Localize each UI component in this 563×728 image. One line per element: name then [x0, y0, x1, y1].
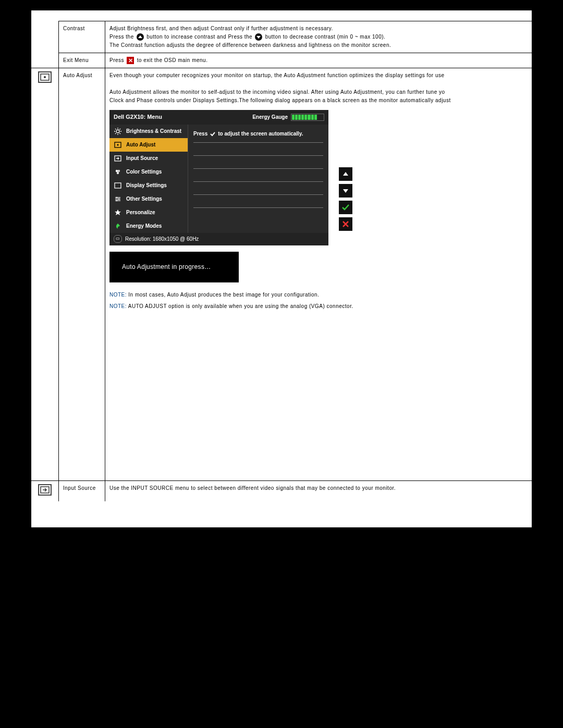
auto-adjust-mini-icon [114, 142, 122, 148]
energy-gauge: Energy Gauge [252, 113, 324, 121]
osd-title: Dell G2X10: Menu [114, 113, 162, 122]
osd-msg-a: Press [193, 130, 207, 138]
osd-item-auto-adjust[interactable]: Auto Adjust [109, 138, 188, 152]
exit-label: Exit Menu [59, 53, 105, 68]
auto-adjust-label: Auto Adjust [59, 68, 105, 481]
auto-adjust-icon-cell [31, 68, 59, 481]
auto-p1: Even though your computer recognizes you… [109, 72, 445, 78]
contrast-line2b: button to increase contrast and Press th… [146, 34, 254, 40]
osd-item-brightness[interactable]: Brightness & Contrast [109, 125, 188, 138]
contrast-line2c: button to decrease contrast (min 0 ~ max… [265, 34, 386, 40]
osd-nav-up-button[interactable] [339, 167, 352, 181]
row-contrast: Contrast Adjust Brightness first, and th… [31, 21, 532, 53]
close-icon: ✕ [127, 57, 134, 64]
input-source-desc: Use the INPUT SOURCE menu to select betw… [105, 480, 532, 501]
checkmark-icon [210, 131, 216, 137]
energy-gauge-label: Energy Gauge [252, 113, 288, 121]
osd-item-energy-modes[interactable]: Energy Modes [109, 219, 188, 233]
up-arrow-icon [137, 33, 144, 41]
svg-point-23 [116, 200, 118, 201]
input-source-icon-cell [31, 480, 59, 501]
brightness-icon [114, 128, 122, 135]
svg-point-12 [117, 144, 119, 145]
osd-footer: ▭ Resolution: 1680x1050 @ 60Hz [109, 233, 328, 245]
osd-item-label: Input Source [126, 154, 158, 163]
osd-item-color-settings[interactable]: Color Settings [109, 165, 188, 179]
energy-gauge-bar [291, 114, 324, 121]
note-text: AUTO ADJUST option is only available whe… [127, 303, 353, 309]
auto-adjust-icon [38, 71, 52, 83]
osd-item-label: Display Settings [126, 181, 167, 190]
input-source-icon [114, 155, 122, 162]
osd-menu: Dell G2X10: Menu Energy Gauge Brightness… [109, 110, 328, 245]
row-input-source: Input Source Use the INPUT SOURCE menu t… [31, 480, 532, 501]
exit-desc: Press ✕ to exit the OSD main menu. [105, 53, 532, 68]
svg-line-8 [120, 133, 121, 134]
other-settings-icon [114, 196, 122, 202]
contrast-desc: Adjust Brightness first, and then adjust… [105, 21, 532, 53]
osd-item-personalize[interactable]: Personalize [109, 206, 188, 219]
svg-line-9 [115, 133, 116, 134]
svg-line-10 [120, 129, 121, 130]
auto-p3: Clock and Phase controls under Displays … [109, 97, 451, 103]
svg-point-14 [116, 169, 118, 171]
osd-left-menu: Brightness & Contrast Auto Adjust Input … [109, 125, 188, 233]
osd-item-label: Color Settings [126, 168, 162, 176]
svg-point-21 [116, 196, 118, 198]
osd-nav-down-button[interactable] [339, 184, 352, 198]
svg-point-15 [118, 169, 120, 171]
contrast-line2a: Press the [109, 34, 136, 40]
svg-point-2 [116, 130, 119, 133]
resolution-pill-icon: ▭ [114, 235, 122, 243]
osd-item-other-settings[interactable]: Other Settings [109, 192, 188, 206]
osd-resolution: Resolution: 1680x1050 @ 60Hz [125, 235, 199, 243]
auto-adjust-desc: Even though your computer recognizes you… [105, 68, 532, 481]
progress-text: Auto Adjustment in progress… [122, 263, 211, 270]
osd-cancel-button[interactable] [339, 217, 352, 231]
energy-modes-icon [114, 223, 122, 230]
input-source-label: Input Source [59, 480, 105, 501]
svg-point-1 [44, 76, 46, 78]
page: Contrast Adjust Brightness first, and th… [31, 10, 532, 527]
svg-point-22 [118, 198, 120, 200]
note-label: NOTE: [109, 292, 127, 298]
personalize-icon [114, 209, 122, 216]
auto-note-2: NOTE: AUTO ADJUST option is only availab… [109, 302, 528, 311]
row-auto-adjust: Auto Adjust Even though your computer re… [31, 68, 532, 481]
display-settings-icon [114, 182, 122, 189]
osd-doc-table: Contrast Adjust Brightness first, and th… [31, 21, 532, 501]
contrast-line1: Adjust Brightness first, and then adjust… [109, 26, 333, 31]
input-source-text: Use the INPUT SOURCE menu to select betw… [109, 485, 396, 491]
osd-right-message: Press to adjust the screen automatically… [193, 128, 323, 143]
osd-right-panel: Press to adjust the screen automatically… [188, 125, 328, 233]
exit-text-a: Press [109, 57, 126, 63]
osd-confirm-button[interactable] [339, 201, 352, 214]
osd-item-label: Brightness & Contrast [126, 127, 181, 135]
osd-item-label: Personalize [126, 208, 155, 217]
osd-item-label: Auto Adjust [126, 141, 155, 149]
auto-note-1: NOTE: In most cases, Auto Adjust produce… [109, 291, 528, 299]
svg-rect-17 [115, 183, 121, 188]
osd-item-display-settings[interactable]: Display Settings [109, 179, 188, 192]
down-arrow-icon [255, 33, 262, 41]
auto-adjust-progress: Auto Adjustment in progress… [109, 252, 239, 282]
color-settings-icon [114, 168, 122, 176]
contrast-line3: The Contrast function adjusts the degree… [109, 42, 391, 48]
note-text: In most cases, Auto Adjust produces the … [127, 292, 319, 298]
osd-item-label: Other Settings [126, 195, 162, 203]
osd-msg-b: to adjust the screen automatically. [218, 130, 303, 138]
contrast-icon-cell [31, 21, 59, 53]
osd-item-label: Energy Modes [126, 222, 162, 230]
note-label: NOTE: [109, 303, 127, 309]
svg-point-16 [117, 171, 119, 174]
contrast-label: Contrast [59, 21, 105, 53]
exit-text-b: to exit the OSD main menu. [137, 57, 208, 63]
row-exit: Exit Menu Press ✕ to exit the OSD main m… [31, 53, 532, 68]
input-source-row-icon [38, 484, 52, 496]
svg-line-7 [115, 129, 116, 130]
osd-item-input-source[interactable]: Input Source [109, 152, 188, 165]
auto-p2: Auto Adjustment allows the monitor to se… [109, 89, 445, 95]
exit-icon-cell [31, 53, 59, 68]
